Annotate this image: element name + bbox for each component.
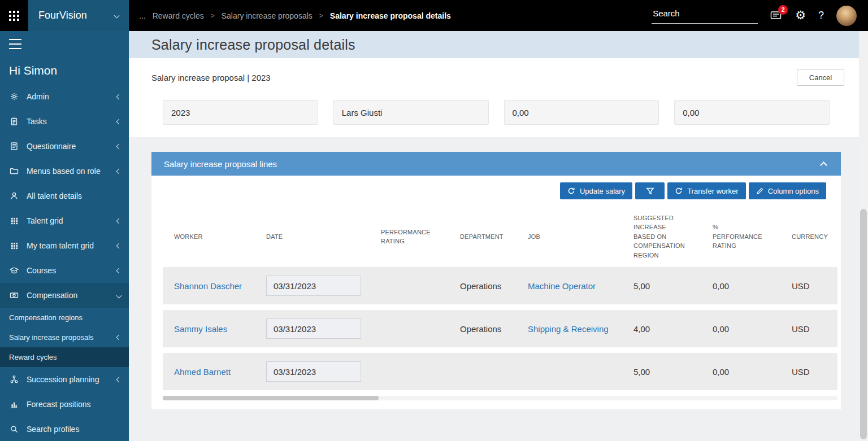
topbar-actions: Search 2 ⚙ ?: [652, 6, 868, 26]
department-cell: Operations: [460, 324, 528, 334]
table-header-row: WORKER DATE PERFORMANCE RATING DEPARTMEN…: [163, 206, 837, 267]
sidebar-item-compensation[interactable]: Compensation: [0, 283, 129, 308]
sidebar-item-menus-based-on-role[interactable]: Menus based on role: [0, 159, 129, 184]
col-header-suggested-increase[interactable]: SUGGESTED INCREASE BASED ON COMPENSATION…: [633, 213, 690, 260]
hamburger-button[interactable]: [9, 39, 23, 49]
search-placeholder: Search: [653, 8, 680, 18]
sidebar-item-all-talent-details[interactable]: All talent details: [0, 184, 129, 208]
col-header-worker[interactable]: WORKER: [174, 232, 266, 242]
date-input[interactable]: 03/31/2023: [266, 276, 361, 296]
currency-cell: USD: [792, 367, 837, 377]
sidebar-item-tasks[interactable]: Tasks: [0, 109, 129, 134]
sidebar-item-my-team-talent-grid[interactable]: My team talent grid: [0, 233, 129, 258]
button-label: Update salary: [580, 187, 625, 195]
table-row[interactable]: Sammy Isales 03/31/2023 Operations Shipp…: [163, 310, 837, 347]
cancel-button[interactable]: Cancel: [797, 69, 844, 86]
graduation-cap-icon: [9, 266, 19, 275]
topbar: FourVision ... Reward cycles > Salary in…: [0, 0, 868, 31]
settings-button[interactable]: ⚙: [795, 10, 806, 21]
questionnaire-icon: [9, 142, 19, 151]
avatar[interactable]: [836, 6, 857, 26]
suggested-increase-cell: 5,00: [633, 281, 713, 291]
search-input[interactable]: Search: [652, 7, 758, 24]
sidebar-item-label: Tasks: [27, 117, 110, 126]
app-launcher-button[interactable]: [0, 0, 28, 31]
sidebar-item-questionnaire[interactable]: Questionnaire: [0, 134, 129, 159]
sidebar-item-forecast-positions[interactable]: Forecast positions: [0, 392, 129, 417]
sidebar-nav: Admin Tasks: [0, 84, 129, 441]
horizontal-scrollbar-thumb[interactable]: [163, 396, 379, 400]
amount-field-2[interactable]: 0,00: [674, 100, 830, 125]
sidebar: Hi Simon Admin: [0, 31, 129, 441]
date-input[interactable]: 03/31/2023: [266, 318, 361, 339]
button-label: Column options: [768, 187, 819, 195]
collapse-section-button[interactable]: [815, 155, 832, 172]
app-name-menu[interactable]: FourVision: [28, 0, 129, 31]
sidebar-item-salary-increase-proposals[interactable]: Salary increase proposals: [0, 328, 129, 347]
waffle-icon: [9, 11, 19, 21]
sidebar-item-talent-grid[interactable]: Talent grid: [0, 208, 129, 233]
chevron-left-icon: [116, 218, 122, 224]
pct-performance-cell: 0,00: [713, 281, 792, 291]
vertical-scrollbar[interactable]: [859, 31, 868, 441]
sidebar-item-label: My team talent grid: [27, 241, 110, 250]
gear-icon: ⚙: [795, 10, 806, 21]
sidebar-item-search-profiles[interactable]: Search profiles: [0, 417, 129, 441]
sidebar-item-label: Menus based on role: [27, 167, 110, 176]
breadcrumb-item[interactable]: Reward cycles: [153, 11, 204, 20]
person-icon: [9, 191, 19, 200]
sidebar-item-reward-cycles[interactable]: Reward cycles: [0, 347, 129, 367]
sidebar-item-label: Succession planning: [27, 375, 110, 384]
chevron-down-icon: [116, 292, 122, 298]
help-button[interactable]: ?: [818, 10, 824, 21]
admin-icon: [9, 92, 19, 101]
table-row[interactable]: Ahmed Barnett 03/31/2023 5,00 0,00 USD: [163, 353, 837, 390]
job-link[interactable]: Shipping & Receiving: [528, 324, 609, 334]
worker-link[interactable]: Ahmed Barnett: [174, 367, 231, 377]
proposal-lines-section: Salary increase proposal lines: [151, 152, 841, 409]
sidebar-item-admin[interactable]: Admin: [0, 84, 129, 109]
column-options-button[interactable]: Column options: [749, 182, 826, 199]
table-row[interactable]: Shannon Dascher 03/31/2023 Operations Ma…: [163, 267, 837, 304]
worker-link[interactable]: Sammy Isales: [174, 324, 227, 334]
section-title: Salary increase proposal lines: [164, 159, 277, 169]
transfer-worker-button[interactable]: Transfer worker: [667, 182, 746, 199]
sidebar-item-label: Admin: [27, 92, 110, 101]
filter-button[interactable]: [635, 182, 665, 199]
sidebar-item-courses[interactable]: Courses: [0, 258, 129, 283]
worker-link[interactable]: Shannon Dascher: [174, 281, 242, 291]
vertical-scrollbar-thumb[interactable]: [860, 209, 867, 439]
breadcrumb-separator: >: [211, 12, 215, 20]
col-header-date[interactable]: DATE: [266, 232, 381, 242]
chevron-left-icon: [116, 94, 122, 99]
person-field[interactable]: Lars Giusti: [333, 100, 489, 125]
grid-toolbar: Update salary: [163, 182, 837, 199]
pct-performance-cell: 0,00: [713, 367, 792, 377]
job-link[interactable]: Machine Operator: [528, 281, 596, 291]
money-icon: [9, 291, 19, 300]
col-header-performance-rating[interactable]: PERFORMANCE RATING: [381, 228, 433, 246]
sidebar-item-label: Compensation: [27, 291, 110, 300]
update-salary-button[interactable]: Update salary: [560, 182, 632, 199]
suggested-increase-cell: 5,00: [633, 367, 713, 377]
sidebar-item-succession-planning[interactable]: Succession planning: [0, 367, 129, 392]
record-title: Salary increase proposal | 2023: [151, 73, 271, 82]
sidebar-item-label: Reward cycles: [9, 353, 121, 361]
help-icon: ?: [818, 10, 824, 21]
horizontal-scrollbar[interactable]: [163, 396, 837, 400]
col-header-department[interactable]: DEPARTMENT: [460, 232, 528, 242]
breadcrumb-item[interactable]: Salary increase proposals: [222, 11, 313, 20]
breadcrumb-overflow[interactable]: ...: [139, 11, 146, 20]
year-field[interactable]: 2023: [163, 100, 318, 125]
date-input[interactable]: 03/31/2023: [266, 361, 361, 382]
sidebar-item-label: Search profiles: [27, 425, 121, 434]
breadcrumb-separator: >: [319, 12, 323, 20]
sidebar-item-compensation-regions[interactable]: Compensation regions: [0, 308, 129, 328]
col-header-currency[interactable]: CURRENCY: [792, 232, 837, 242]
col-header-pct-performance-rating[interactable]: % PERFORMANCE RATING: [713, 222, 757, 251]
col-header-job[interactable]: JOB: [528, 232, 633, 242]
sidebar-item-label: Courses: [27, 266, 110, 275]
feedback-button[interactable]: 2: [770, 10, 783, 21]
amount-field-1[interactable]: 0,00: [504, 100, 659, 125]
chevron-left-icon: [116, 168, 122, 174]
